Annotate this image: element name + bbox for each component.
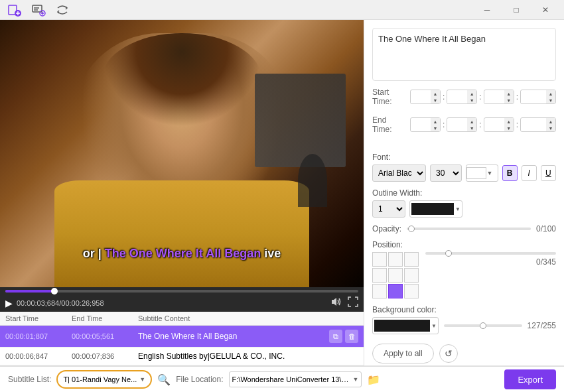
start-hour-down[interactable]: ▼ (431, 97, 440, 103)
file-path-dropdown[interactable]: F:\Wondershare UniConverter 13\SubEdi ▼ (229, 371, 362, 387)
start-sec-input[interactable]: 01 (484, 91, 504, 103)
start-min-down[interactable]: ▼ (467, 97, 476, 103)
file-path-text: F:\Wondershare UniConverter 13\SubEdi (232, 375, 352, 383)
font-color-select[interactable]: ▼ (466, 164, 498, 182)
start-time-inputs: 00 ▲ ▼ : 00 ▲ ▼ : (410, 90, 556, 104)
end-min-input[interactable]: 00 (447, 119, 467, 131)
subtitle-file-dropdown[interactable]: T| 01-Randi Vagy Ne... ▼ (56, 370, 152, 389)
left-panel: or | The One Where It All Began ive ▶ (0, 20, 364, 365)
start-min-spinbox[interactable]: 00 ▲ ▼ (447, 90, 477, 104)
pos-cell-br[interactable] (404, 284, 419, 298)
start-time-label: Start Time: (372, 88, 407, 106)
subtitle-text-input[interactable]: The One Where It All Began (378, 34, 550, 74)
row-actions: ⧉ 🗑 (329, 330, 358, 343)
pos-cell-bc[interactable] (388, 284, 403, 298)
start-hour-input[interactable]: 00 (411, 91, 431, 103)
time-display: 00:00:03;684/00:00:26;958 (17, 299, 104, 307)
position-section: Position: (372, 240, 556, 298)
end-hour-down[interactable]: ▼ (431, 125, 440, 131)
header-content: Subtitle Content (138, 314, 358, 322)
minimize-button[interactable]: ─ (474, 3, 500, 17)
end-ms-up[interactable]: ▲ (546, 118, 555, 125)
start-min-up[interactable]: ▲ (467, 90, 476, 97)
start-ms-down[interactable]: ▼ (546, 97, 555, 103)
end-sec-up[interactable]: ▲ (504, 118, 514, 125)
bg-opacity-value: 127/255 (528, 321, 556, 330)
end-sec-spinbox[interactable]: 05 ▲ ▼ (484, 117, 514, 132)
list-item[interactable]: 00:00:01;807 00:00:05;561 The One Where … (0, 326, 364, 348)
add-icon[interactable] (5, 3, 24, 17)
bg-thumb (480, 322, 486, 329)
end-min-spinbox[interactable]: 00 ▲ ▼ (447, 117, 477, 132)
bg-color-select[interactable]: ▼ (372, 317, 439, 334)
start-ms-spinbox[interactable]: 807 ▲ ▼ (520, 90, 556, 104)
start-sec-up[interactable]: ▲ (504, 90, 514, 97)
opacity-row: Opacity: 0/100 (372, 224, 556, 233)
start-ms-up[interactable]: ▲ (546, 90, 555, 97)
font-family-select[interactable]: Arial Blac (372, 164, 426, 182)
maximize-button[interactable]: □ (503, 3, 529, 17)
end-time-label: End Time: (372, 115, 407, 134)
opacity-value: 0/100 (536, 224, 556, 233)
subtitle-icon[interactable] (29, 3, 48, 17)
end-min-up[interactable]: ▲ (467, 118, 476, 125)
copy-button[interactable]: ⧉ (329, 330, 342, 343)
start-hour-spinbox[interactable]: 00 ▲ ▼ (410, 90, 441, 104)
end-sec-input[interactable]: 05 (484, 119, 504, 131)
pos-cell-tc[interactable] (388, 252, 403, 267)
convert-icon[interactable] (53, 3, 72, 17)
subtitle-list-label: Subtitle List: (8, 375, 51, 384)
folder-icon[interactable]: 📁 (367, 373, 380, 386)
row-content: English Subtitles by|GELULA & CO., INC. (138, 352, 358, 361)
opacity-slider[interactable] (407, 228, 531, 230)
position-slider[interactable] (425, 252, 556, 255)
video-controls: ▶ 00:00:03;684/00:00:26;958 (0, 287, 364, 312)
apply-all-button[interactable]: Apply to all (372, 344, 434, 363)
underline-button[interactable]: U (541, 165, 556, 181)
outline-color-swatch (411, 203, 454, 215)
pos-cell-mr[interactable] (404, 268, 419, 283)
start-min-input[interactable]: 00 (447, 91, 467, 103)
bold-button[interactable]: B (502, 165, 518, 181)
end-min-down[interactable]: ▼ (467, 125, 476, 131)
italic-button[interactable]: I (522, 165, 537, 181)
pos-cell-tl[interactable] (372, 252, 387, 267)
outline-width-select[interactable]: 1 (372, 200, 405, 218)
pos-cell-bl[interactable] (372, 284, 387, 298)
delete-button[interactable]: 🗑 (345, 330, 358, 343)
expand-icon[interactable] (348, 296, 358, 309)
opacity-label: Opacity: (372, 224, 401, 233)
font-label: Font: (372, 153, 556, 162)
refresh-button[interactable]: ↺ (439, 344, 458, 363)
font-size-select[interactable]: 30 (430, 164, 462, 182)
pos-cell-ml[interactable] (372, 268, 387, 283)
end-sec-down[interactable]: ▼ (504, 125, 514, 131)
pos-cell-mc[interactable] (388, 268, 403, 283)
start-hour-up[interactable]: ▲ (431, 90, 440, 97)
outline-color-select[interactable]: ▼ (409, 200, 462, 218)
progress-fill (5, 290, 54, 293)
start-sec-down[interactable]: ▼ (504, 97, 514, 103)
toolbar (5, 3, 72, 17)
search-button[interactable]: 🔍 (157, 373, 171, 386)
start-ms-input[interactable]: 807 (521, 91, 546, 103)
font-color-swatch (466, 167, 486, 179)
progress-bar[interactable] (5, 290, 358, 293)
opacity-section: Opacity: 0/100 (372, 224, 556, 233)
pos-cell-tr[interactable] (404, 252, 419, 267)
end-ms-input[interactable]: 561 (521, 119, 546, 131)
export-button[interactable]: Export (504, 369, 556, 389)
start-hour-spin-btns: ▲ ▼ (431, 90, 440, 103)
audio-icon[interactable] (330, 296, 342, 309)
end-hour-spinbox[interactable]: 00 ▲ ▼ (410, 117, 441, 132)
end-hour-input[interactable]: 00 (411, 119, 431, 131)
header-start: Start Time (5, 314, 72, 322)
start-sec-spinbox[interactable]: 01 ▲ ▼ (484, 90, 514, 104)
list-item[interactable]: 00:00:06;847 00:00:07;836 English Subtit… (0, 348, 364, 365)
play-button[interactable]: ▶ (5, 298, 13, 308)
bg-opacity-slider[interactable] (444, 324, 522, 327)
end-hour-up[interactable]: ▲ (431, 118, 440, 125)
close-button[interactable]: ✕ (532, 3, 559, 17)
end-ms-down[interactable]: ▼ (546, 125, 555, 131)
end-ms-spinbox[interactable]: 561 ▲ ▼ (520, 117, 556, 132)
